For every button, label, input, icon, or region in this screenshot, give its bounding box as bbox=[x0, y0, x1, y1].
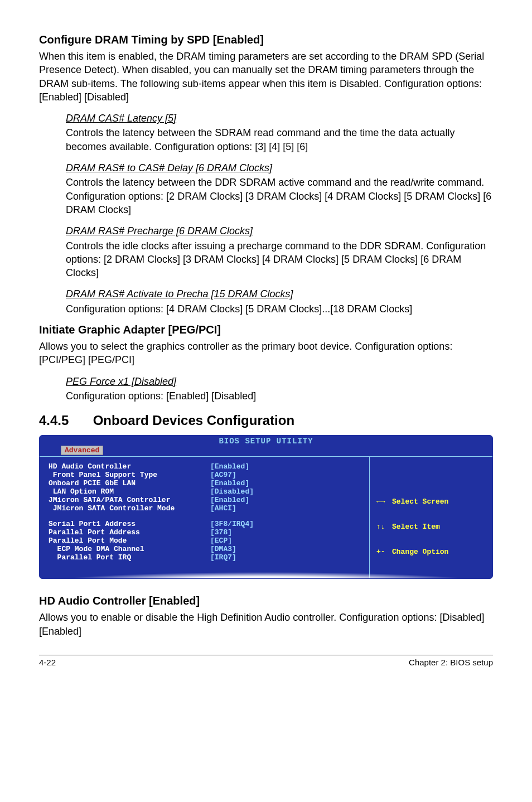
bios-row[interactable]: JMicron SATA/PATA Controller[Enabled] bbox=[49, 496, 364, 504]
plus-minus-icon: +- bbox=[376, 548, 392, 556]
footer-divider bbox=[39, 655, 493, 655]
heading-dram-spd: Configure DRAM Timing by SPD [Enabled] bbox=[39, 33, 493, 46]
subhead-ras-cas-delay: DRAM RAS# to CAS# Delay [6 DRAM Clocks] bbox=[66, 161, 493, 175]
bios-group-2: Serial Port1 Address[3F8/IRQ4] Parallel … bbox=[49, 520, 364, 562]
para-cas-latency: Controls the latency between the SDRAM r… bbox=[66, 126, 493, 153]
heading-hd-audio: HD Audio Controller [Enabled] bbox=[39, 595, 493, 607]
bios-row[interactable]: Serial Port1 Address[3F8/IRQ4] bbox=[49, 520, 364, 528]
bios-row[interactable]: Onboard PCIE GbE LAN[Enabled] bbox=[49, 479, 364, 487]
section-number: 4.4.5 bbox=[39, 413, 89, 428]
bios-help-panel: ←→Select Screen ↑↓Select Item +-Change O… bbox=[370, 457, 492, 578]
bios-title: BIOS SETUP UTILITY bbox=[40, 436, 492, 446]
section-heading-onboard-devices: 4.4.5 Onboard Devices Configuration bbox=[39, 413, 493, 428]
bios-row[interactable]: Front Panel Support Type[AC97] bbox=[49, 471, 364, 479]
subhead-peg-force: PEG Force x1 [Disabled] bbox=[66, 375, 493, 388]
bios-help-keys: ←→Select Screen ↑↓Select Item +-Change O… bbox=[376, 481, 448, 573]
bios-row[interactable]: Parallel Port Address[378] bbox=[49, 528, 364, 537]
heading-graphic-adapter: Initiate Graphic Adapter [PEG/PCI] bbox=[39, 323, 493, 336]
arrow-left-right-icon: ←→ bbox=[376, 497, 392, 506]
bios-row[interactable]: ECP Mode DMA Channel[DMA3] bbox=[49, 545, 364, 553]
page-number: 4-22 bbox=[39, 658, 56, 667]
bios-tab-advanced[interactable]: Advanced bbox=[61, 446, 103, 455]
bios-row[interactable]: Parallel Port Mode[ECP] bbox=[49, 537, 364, 545]
bios-screenshot: BIOS SETUP UTILITY Advanced HD Audio Con… bbox=[39, 435, 493, 579]
bios-row[interactable]: HD Audio Controller[Enabled] bbox=[49, 462, 364, 471]
subhead-cas-latency: DRAM CAS# Latency [5] bbox=[66, 112, 493, 125]
bios-group-1: HD Audio Controller[Enabled] Front Panel… bbox=[49, 462, 364, 513]
section-title: Onboard Devices Configuration bbox=[93, 413, 294, 428]
para-peg-force: Configuration options: [Enabled] [Disabl… bbox=[66, 389, 493, 403]
para-hd-audio: Allows you to enable or disable the High… bbox=[39, 611, 493, 638]
chapter-label: Chapter 2: BIOS setup bbox=[409, 658, 493, 667]
para-ras-precharge: Controls the idle clocks after issuing a… bbox=[66, 239, 493, 280]
subhead-ras-precharge: DRAM RAS# Precharge [6 DRAM Clocks] bbox=[66, 224, 493, 238]
para-ras-activate: Configuration options: [4 DRAM Clocks] [… bbox=[66, 302, 493, 316]
para-dram-spd: When this item is enabled, the DRAM timi… bbox=[39, 50, 493, 104]
arrow-up-down-icon: ↑↓ bbox=[376, 523, 392, 531]
para-graphic-adapter: Allows you to select the graphics contro… bbox=[39, 340, 493, 367]
bios-row[interactable]: Parallel Port IRQ[IRQ7] bbox=[49, 553, 364, 562]
subhead-ras-activate: DRAM RAS# Activate to Precha [15 DRAM Cl… bbox=[66, 287, 493, 301]
bios-row[interactable]: LAN Option ROM[Disabled] bbox=[49, 487, 364, 496]
bios-settings-panel: HD Audio Controller[Enabled] Front Panel… bbox=[40, 457, 370, 578]
bios-row[interactable]: JMicron SATA Controller Mode[AHCI] bbox=[49, 504, 364, 513]
para-ras-cas-delay: Controls the latency between the DDR SDR… bbox=[66, 176, 493, 216]
